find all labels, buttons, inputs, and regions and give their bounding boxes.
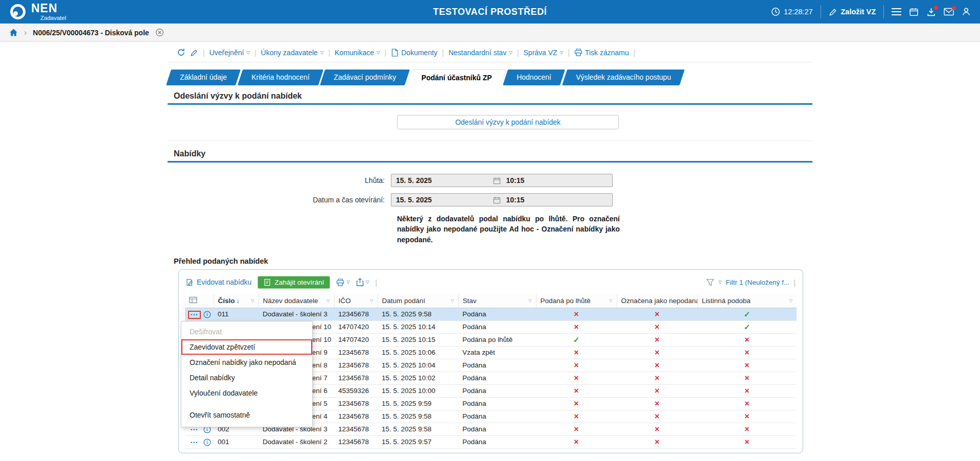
late-flag-cell: × xyxy=(536,359,617,372)
late-flag-cell: × xyxy=(536,372,617,384)
zahajit-otevirani-button[interactable]: Zahájit otevírání xyxy=(258,276,330,289)
opening-date-value[interactable]: 15. 5. 2025 xyxy=(396,196,493,204)
late-flag-cell: × xyxy=(536,346,617,359)
row-actions-button[interactable]: ••• xyxy=(189,312,200,318)
column-header-datum-pod-n[interactable]: Datum podání▽ xyxy=(378,294,458,308)
context-menu-item-otev-t-samostatn[interactable]: Otevřít samostatně xyxy=(181,407,312,423)
not-submitted-flag-cell: × xyxy=(617,333,697,346)
tab-z-kladn-daje[interactable]: Základní údaje xyxy=(166,70,241,85)
toolbar-link-kony-zadavatele[interactable]: Úkony zadavatele▽ xyxy=(261,49,324,57)
refresh-button[interactable] xyxy=(177,48,185,57)
column-filter-icon[interactable]: ▽ xyxy=(451,298,454,303)
column-filter-icon[interactable]: ▽ xyxy=(370,298,373,303)
table-row[interactable]: •••011Dodavatel - školení 31234567815. 5… xyxy=(185,308,797,320)
not-submitted-flag-cell: × xyxy=(617,359,697,372)
context-menu-item-zaevidovat-zp-tvzet[interactable]: Zaevidovat zpětvzetí xyxy=(181,339,312,355)
deadline-date-value[interactable]: 15. 5. 2025 xyxy=(396,176,493,185)
ico-cell: 12345678 xyxy=(334,372,378,384)
late-flag-cell: ✓ xyxy=(536,333,617,346)
offers-section-heading: Nabídky xyxy=(174,149,812,158)
table-row[interactable]: •••001Dodavatel - školení 21234567815. 5… xyxy=(185,435,797,448)
calendar-small-icon[interactable] xyxy=(493,177,501,185)
context-menu-item-ozna-en-nab-dky-jako-nepodan[interactable]: Označení nabídky jako nepodaná xyxy=(181,355,312,370)
tab-hodnocen[interactable]: Hodnocení xyxy=(503,70,565,85)
row-info-icon[interactable] xyxy=(203,439,211,446)
column-filter-icon[interactable]: ▽ xyxy=(326,298,330,303)
context-menu-item-vylou-en-dodavatele[interactable]: Vyloučení dodavatele xyxy=(181,385,312,401)
cross-icon: × xyxy=(655,412,659,421)
call-section-body: Odeslání výzvy k podání nabídek xyxy=(168,105,812,141)
toolbar-link-nestandardn-stav[interactable]: Nestandardní stav▽ xyxy=(449,49,512,57)
submit-date-cell: 15. 5. 2025 10:04 xyxy=(378,359,458,372)
late-flag-cell: × xyxy=(536,397,617,410)
breadcrumb-record-title[interactable]: N006/25/V00004673 - Disková pole xyxy=(33,29,149,37)
home-icon[interactable] xyxy=(9,28,18,37)
row-actions-button[interactable]: ••• xyxy=(189,427,200,433)
cross-icon: × xyxy=(655,386,659,395)
downloads-icon[interactable] xyxy=(926,7,936,17)
column-filter-icon[interactable]: ▽ xyxy=(609,298,612,303)
row-info-icon[interactable] xyxy=(203,311,211,318)
messages-icon[interactable] xyxy=(944,8,954,16)
chevron-down-icon: ▽ xyxy=(246,50,250,55)
brand: NEN Zadavatel xyxy=(9,3,66,21)
tab-zad-vac-podm-nky[interactable]: Zadávací podmínky xyxy=(320,70,410,85)
toolbar-link-tisk-z-znamu[interactable]: Tisk záznamu xyxy=(574,49,629,57)
menu-icon[interactable] xyxy=(892,8,901,16)
opening-field[interactable]: 15. 5. 2025 10:15 xyxy=(391,193,613,206)
profile-icon[interactable] xyxy=(962,7,971,16)
calendar-small-icon[interactable] xyxy=(493,196,501,204)
column-filter-icon[interactable]: ▽ xyxy=(251,298,254,303)
check-icon: ✓ xyxy=(744,310,751,318)
chevron-down-icon: ▽ xyxy=(509,50,512,55)
evidovat-nabidku-button[interactable]: Evidovat nabídku xyxy=(186,278,251,286)
status-cell: Podána xyxy=(458,320,536,333)
separator: | xyxy=(328,49,330,57)
create-vz-button[interactable]: Založit VZ xyxy=(829,8,876,16)
ico-cell: 45359326 xyxy=(334,384,378,397)
filter-icon[interactable] xyxy=(706,279,714,286)
tab-pod-n-astn-k-zp[interactable]: Podání účastníků ZP xyxy=(407,70,506,85)
close-record-icon[interactable] xyxy=(155,28,164,37)
active-filter-link[interactable]: Filtr 1 (Neuložený f... xyxy=(726,279,790,286)
column-filter-icon[interactable]: ▽ xyxy=(528,298,531,303)
calendar-icon[interactable] xyxy=(909,7,919,17)
context-menu: DešifrovatZaevidovat zpětvzetíOznačení n… xyxy=(181,321,313,427)
opening-time-value[interactable]: 10:15 xyxy=(506,196,524,204)
deadline-time-value[interactable]: 10:15 xyxy=(506,176,524,185)
row-actions-button[interactable]: ••• xyxy=(189,440,200,446)
toolbar-link-komunikace[interactable]: Komunikace▽ xyxy=(335,49,380,57)
tab-krit-ria-hodnocen[interactable]: Kritéria hodnocení xyxy=(238,70,323,85)
header-clock: 12:28:27 xyxy=(771,7,812,16)
header-separator xyxy=(883,5,884,18)
export-button[interactable]: ▽ xyxy=(356,278,369,286)
filter-caret-icon[interactable]: ▽ xyxy=(718,280,722,285)
cross-icon: × xyxy=(574,437,578,446)
column-header-listinn-podoba[interactable]: Listinná podoba▽ xyxy=(697,294,797,308)
toolbar-link-uve-ejn-n[interactable]: Uveřejnění▽ xyxy=(209,49,250,57)
tab-v-sledek-zad-vac-ho-postupu[interactable]: Výsledek zadávacího postupu xyxy=(562,70,685,85)
column-header-stav[interactable]: Stav▽ xyxy=(458,294,536,308)
call-section-heading: Odeslání výzvy k podání nabídek xyxy=(174,91,812,101)
print-button[interactable]: ▽ xyxy=(336,279,350,286)
toolbar-link-spr-va-vz[interactable]: Správa VZ▽ xyxy=(524,49,564,57)
edit-record-button[interactable] xyxy=(190,49,198,57)
column-header-actions[interactable] xyxy=(185,294,214,308)
grid-toolbar: Evidovat nabídku Zahájit otevírání ▽ ▽ |… xyxy=(185,276,797,294)
column-header-n-zev-dodavatele[interactable]: Název dodavatele▽ xyxy=(259,294,334,308)
column-filter-icon[interactable]: ▽ xyxy=(789,298,792,303)
toolbar-link-dokumenty[interactable]: Dokumenty xyxy=(391,49,437,57)
deadline-field[interactable]: 15. 5. 2025 10:15 xyxy=(391,174,613,187)
cross-icon: × xyxy=(655,348,659,357)
column-header-slo[interactable]: Číslo↓▽ xyxy=(214,294,259,308)
column-header-i-o[interactable]: IČO▽ xyxy=(334,294,378,308)
not-submitted-flag-cell: × xyxy=(617,410,697,423)
status-cell: Podána xyxy=(458,423,536,435)
column-header-ozna-ena-jako-nepodan[interactable]: Označena jako nepodaná▽ xyxy=(617,294,697,308)
send-call-button[interactable]: Odeslání výzvy k podání nabídek xyxy=(397,115,619,129)
column-header-podan-po-lh-t[interactable]: Podaná po lhůtě▽ xyxy=(536,294,617,308)
context-menu-item-detail-nab-dky[interactable]: Detail nabídky xyxy=(181,370,312,385)
cross-icon: × xyxy=(655,399,659,408)
check-icon: ✓ xyxy=(573,335,580,344)
ico-cell: 14707420 xyxy=(334,320,378,333)
